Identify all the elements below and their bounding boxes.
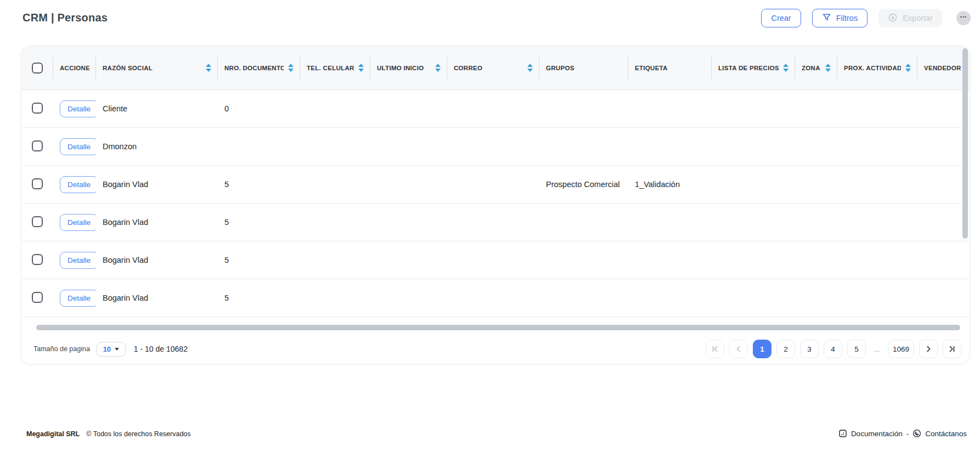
column-header-nro_documento[interactable]: NRO. DOCUMENTO (218, 46, 300, 89)
row-checkbox[interactable] (32, 103, 43, 114)
row-checkbox-cell (21, 216, 53, 229)
documentation-icon (838, 429, 847, 438)
footer-left: Megadigital SRL © Todos los derechos Res… (26, 430, 191, 438)
export-button[interactable]: Exportar (878, 9, 942, 27)
chevron-first-icon (711, 345, 719, 353)
cell-razon_social: Dmonzon (96, 142, 218, 151)
last-page-button[interactable] (943, 340, 961, 358)
pagination-ellipsis: ... (871, 340, 883, 358)
sort-arrows-icon[interactable] (284, 64, 294, 72)
column-header-tel_celular[interactable]: TEL. CELULAR (300, 46, 370, 89)
table-row: DetalleCliente0 (21, 90, 970, 128)
row-checkbox[interactable] (32, 178, 43, 189)
cell-razon_social: Bogarin Vlad (96, 180, 218, 189)
row-checkbox[interactable] (32, 254, 43, 265)
documentation-link[interactable]: Documentación (851, 430, 903, 438)
prev-page-button[interactable] (729, 340, 748, 358)
horizontal-scrollbar[interactable] (36, 325, 960, 330)
footer-rights: © Todos los derechos Reservados (86, 430, 190, 438)
page-size-value: 10 (103, 345, 111, 353)
sort-asc-icon[interactable] (435, 64, 441, 67)
page-button-2[interactable]: 2 (776, 340, 795, 358)
first-page-button[interactable] (706, 340, 724, 358)
row-checkbox-cell (21, 292, 53, 305)
table-row: DetalleBogarin Vlad5 (21, 204, 970, 241)
cell-nro_documento: 5 (218, 218, 300, 227)
sort-desc-icon[interactable] (435, 69, 441, 72)
detalle-button[interactable]: Detalle (60, 290, 96, 307)
sort-arrows-icon[interactable] (523, 64, 533, 72)
footer-separator: - (906, 430, 909, 438)
page-size-dropdown[interactable]: 10 (97, 342, 126, 357)
page-button-1069[interactable]: 1069 (888, 340, 914, 358)
sort-arrows-icon[interactable] (201, 64, 211, 72)
chevron-last-icon (948, 345, 956, 353)
sort-asc-icon[interactable] (288, 64, 294, 67)
sort-asc-icon[interactable] (358, 64, 364, 67)
cell-nro_documento: 5 (218, 180, 300, 189)
contact-phone-icon (913, 429, 921, 438)
next-page-button[interactable] (919, 340, 938, 358)
sort-arrows-icon[interactable] (901, 64, 911, 72)
sort-desc-icon[interactable] (825, 69, 831, 72)
row-checkbox-cell (21, 140, 53, 153)
detalle-button[interactable]: Detalle (60, 252, 96, 269)
cell-nro_documento: 5 (218, 294, 300, 302)
row-checkbox-cell (21, 103, 53, 115)
table-body: DetalleCliente0DetalleDmonzonDetalleBoga… (21, 90, 970, 317)
column-label: PROX. ACTIVIDAD (844, 65, 901, 71)
cell-nro_documento: 0 (218, 104, 300, 113)
detalle-button[interactable]: Detalle (60, 138, 96, 155)
select-all-checkbox[interactable] (32, 63, 43, 74)
column-header-razon_social[interactable]: RAZÓN SOCIAL (96, 46, 218, 89)
sort-arrows-icon[interactable] (821, 64, 831, 72)
detalle-button[interactable]: Detalle (60, 214, 96, 231)
sort-desc-icon[interactable] (527, 69, 533, 72)
export-button-label: Exportar (903, 14, 933, 22)
filter-funnel-icon (822, 13, 831, 24)
sort-asc-icon[interactable] (825, 64, 831, 67)
page-button-5[interactable]: 5 (847, 340, 866, 358)
table-header-row: ACCIONESRAZÓN SOCIALNRO. DOCUMENTOTEL. C… (21, 46, 970, 90)
row-checkbox[interactable] (32, 216, 43, 227)
sort-arrows-icon[interactable] (354, 64, 364, 72)
sort-arrows-icon[interactable] (431, 64, 441, 72)
sort-desc-icon[interactable] (783, 69, 788, 72)
contact-link[interactable]: Contáctanos (925, 430, 967, 438)
row-checkbox-cell (21, 178, 53, 191)
sort-desc-icon[interactable] (206, 69, 211, 72)
detalle-button[interactable]: Detalle (60, 100, 96, 117)
column-header-etiqueta: ETIQUETA (628, 46, 712, 89)
column-header-vendedor: VENDEDOR (917, 46, 970, 89)
column-label: CORREO (454, 65, 482, 71)
select-all-cell (21, 46, 53, 89)
column-header-lista_de_precios[interactable]: LISTA DE PRECIOS (712, 46, 795, 89)
sort-asc-icon[interactable] (905, 64, 911, 67)
column-header-zona[interactable]: ZONA (795, 46, 837, 89)
detalle-button[interactable]: Detalle (60, 176, 96, 193)
cell-razon_social: Cliente (96, 104, 218, 113)
page-button-3[interactable]: 3 (800, 340, 819, 358)
cell-acciones: Detalle (53, 138, 96, 155)
sort-asc-icon[interactable] (527, 64, 533, 67)
table-row: DetalleBogarin Vlad5Prospecto Comercial1… (21, 166, 970, 204)
sort-desc-icon[interactable] (358, 69, 364, 72)
vertical-scrollbar[interactable] (962, 48, 968, 239)
filters-button[interactable]: Filtros (812, 9, 868, 27)
more-options-button[interactable]: ••• (956, 11, 971, 25)
cell-razon_social: Bogarin Vlad (96, 256, 218, 264)
table-row: DetalleDmonzon (21, 128, 970, 166)
sort-asc-icon[interactable] (783, 64, 788, 67)
page-button-1[interactable]: 1 (753, 340, 771, 358)
row-checkbox[interactable] (32, 140, 43, 151)
page-button-4[interactable]: 4 (824, 340, 842, 358)
column-header-correo[interactable]: CORREO (447, 46, 539, 89)
column-header-ultimo_inicio[interactable]: ULTIMO INICIO (370, 46, 447, 89)
column-header-prox_actividad[interactable]: PROX. ACTIVIDAD (837, 46, 917, 89)
sort-arrows-icon[interactable] (779, 64, 788, 72)
sort-asc-icon[interactable] (206, 64, 211, 67)
sort-desc-icon[interactable] (905, 69, 911, 72)
sort-desc-icon[interactable] (288, 69, 294, 72)
row-checkbox[interactable] (32, 292, 43, 303)
create-button[interactable]: Crear (761, 9, 801, 27)
